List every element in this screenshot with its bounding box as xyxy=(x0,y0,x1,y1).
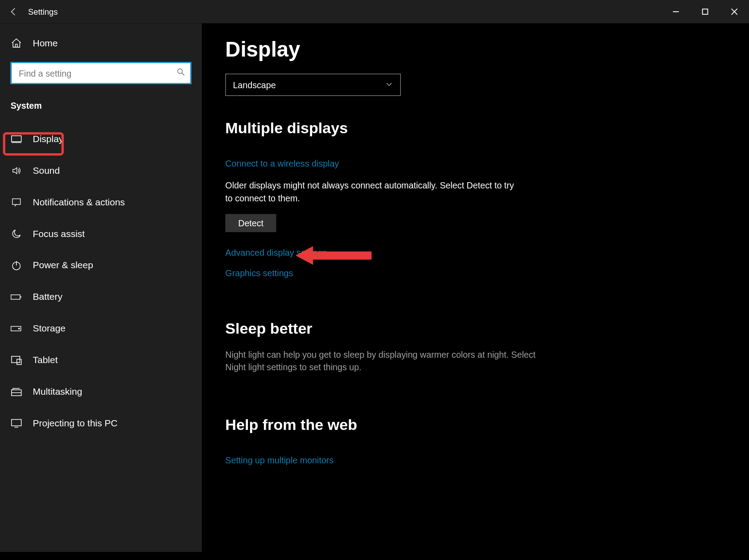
chevron-down-icon xyxy=(385,80,393,90)
section-help-web: Help from the web xyxy=(225,416,725,434)
sidebar-item-label: Focus assist xyxy=(33,229,85,239)
sidebar-item-notifications[interactable]: Notifications & actions xyxy=(0,187,202,218)
svg-rect-5 xyxy=(11,295,20,299)
main-content: Display Landscape Multiple displays Conn… xyxy=(202,24,749,552)
link-graphics-settings[interactable]: Graphics settings xyxy=(225,267,293,277)
sidebar-item-label: Tablet xyxy=(33,355,58,366)
svg-point-7 xyxy=(19,328,20,329)
sidebar-item-battery[interactable]: Battery xyxy=(0,281,202,313)
sidebar-home[interactable]: Home xyxy=(0,30,202,56)
detect-button[interactable]: Detect xyxy=(225,214,276,232)
close-icon xyxy=(731,8,738,15)
link-connect-wireless-display[interactable]: Connect to a wireless display xyxy=(225,159,725,168)
close-button[interactable] xyxy=(720,0,749,24)
display-icon xyxy=(11,135,22,144)
orientation-value: Landscape xyxy=(233,80,276,90)
svg-rect-9 xyxy=(17,359,21,364)
sidebar-item-label: Multitasking xyxy=(33,387,82,397)
minimize-icon xyxy=(672,8,679,15)
sidebar-item-label: Notifications & actions xyxy=(33,197,125,208)
svg-rect-3 xyxy=(12,199,21,204)
section-sleep-better: Sleep better xyxy=(225,319,725,338)
battery-icon xyxy=(11,293,22,301)
sound-icon xyxy=(11,165,22,176)
search-icon xyxy=(176,67,185,79)
arrow-left-icon xyxy=(9,6,20,17)
sidebar: Home System Display xyxy=(0,24,202,552)
projecting-icon xyxy=(11,418,22,429)
sidebar-list: Display Sound Notifications & actions xyxy=(0,123,202,439)
sidebar-home-label: Home xyxy=(33,38,58,49)
power-icon xyxy=(11,260,22,271)
multitasking-icon xyxy=(11,387,22,397)
titlebar: Settings xyxy=(0,0,749,24)
sidebar-item-label: Battery xyxy=(33,292,63,302)
section-multiple-displays: Multiple displays xyxy=(225,119,725,138)
sidebar-item-label: Storage xyxy=(33,323,66,334)
sidebar-item-label: Sound xyxy=(33,165,60,176)
notifications-icon xyxy=(11,197,22,208)
svg-rect-0 xyxy=(703,9,708,14)
link-advanced-display-settings[interactable]: Advanced display settings xyxy=(225,247,725,257)
sidebar-item-label: Projecting to this PC xyxy=(33,418,118,429)
sidebar-item-tablet[interactable]: Tablet xyxy=(0,344,202,376)
sidebar-item-sound[interactable]: Sound xyxy=(0,155,202,187)
maximize-button[interactable] xyxy=(691,0,720,24)
svg-rect-2 xyxy=(12,136,21,142)
page-title: Display xyxy=(225,37,725,62)
search-wrap xyxy=(11,62,192,84)
maximize-icon xyxy=(702,8,709,15)
detect-hint-text: Older displays might not always connect … xyxy=(225,179,518,204)
sidebar-item-focus-assist[interactable]: Focus assist xyxy=(0,218,202,250)
sidebar-category: System xyxy=(0,92,202,115)
sidebar-item-storage[interactable]: Storage xyxy=(0,313,202,344)
home-icon xyxy=(11,37,22,49)
orientation-dropdown[interactable]: Landscape xyxy=(225,74,401,96)
sidebar-item-multitasking[interactable]: Multitasking xyxy=(0,376,202,408)
sidebar-item-power-sleep[interactable]: Power & sleep xyxy=(0,249,202,281)
link-setting-up-multiple-monitors[interactable]: Setting up multiple monitors xyxy=(225,455,725,465)
window-title: Settings xyxy=(28,7,661,16)
search-input[interactable] xyxy=(11,62,192,84)
svg-point-1 xyxy=(178,69,183,74)
storage-icon xyxy=(11,325,22,332)
sidebar-item-label: Power & sleep xyxy=(33,260,93,271)
sidebar-item-projecting[interactable]: Projecting to this PC xyxy=(0,408,202,439)
back-button[interactable] xyxy=(0,0,28,24)
minimize-button[interactable] xyxy=(661,0,691,24)
sidebar-item-display[interactable]: Display xyxy=(0,123,202,155)
sleep-better-body: Night light can help you get to sleep by… xyxy=(225,348,553,374)
svg-rect-11 xyxy=(12,420,21,426)
tablet-icon xyxy=(11,355,22,366)
sidebar-item-label: Display xyxy=(33,134,64,145)
focus-assist-icon xyxy=(11,228,22,240)
